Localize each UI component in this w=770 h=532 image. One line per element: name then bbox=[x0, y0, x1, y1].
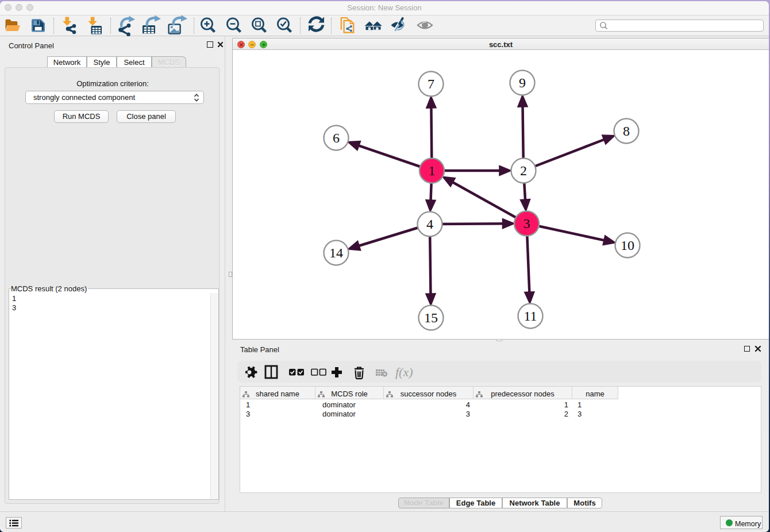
svg-text:6: 6 bbox=[333, 130, 340, 145]
svg-text:3: 3 bbox=[523, 216, 530, 231]
svg-text:4: 4 bbox=[426, 217, 433, 232]
svg-text:2: 2 bbox=[520, 163, 527, 178]
svg-text:14: 14 bbox=[329, 245, 343, 260]
svg-text:f(x): f(x) bbox=[395, 365, 413, 379]
svg-text:9: 9 bbox=[519, 75, 526, 90]
svg-text:11: 11 bbox=[523, 309, 537, 323]
svg-text:8: 8 bbox=[623, 124, 630, 138]
svg-text:7: 7 bbox=[428, 76, 434, 91]
svg-text:15: 15 bbox=[424, 310, 438, 325]
svg-text:1: 1 bbox=[429, 163, 436, 178]
svg-text:10: 10 bbox=[621, 238, 634, 253]
